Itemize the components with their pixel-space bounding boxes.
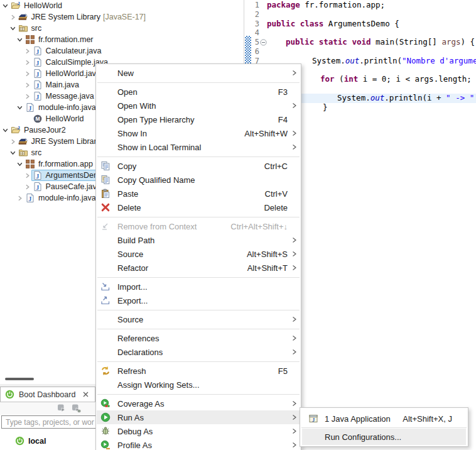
chevron-collapsed-icon[interactable] xyxy=(24,82,31,89)
menu-item-accelerator: Alt+Shift+S xyxy=(247,250,288,259)
menu-item-declarations[interactable]: Declarations xyxy=(97,345,300,359)
svg-text:J: J xyxy=(18,1,20,6)
code-line[interactable]: 3public class ArgumentsDemo { xyxy=(244,19,476,29)
chevron-expanded-icon[interactable] xyxy=(9,150,17,156)
java-file-icon: J xyxy=(33,69,43,79)
no-icon xyxy=(100,87,111,97)
chevron-collapsed-icon[interactable] xyxy=(24,93,31,100)
line-number[interactable]: 1 xyxy=(244,1,259,10)
tab-label: Boot Dashboard xyxy=(19,390,75,399)
menu-item-copy[interactable]: CopyCtrl+C xyxy=(97,159,300,173)
package-icon xyxy=(25,159,35,169)
menu-item-source[interactable]: Source xyxy=(97,312,300,326)
svg-text:J: J xyxy=(36,94,39,101)
menu-item-references[interactable]: References xyxy=(97,331,300,345)
tree-item-calculateur-java[interactable]: JCalculateur.java xyxy=(0,45,244,57)
tree-item-label: src xyxy=(31,24,42,33)
menu-item-label: Open Type Hierarchy xyxy=(117,115,195,124)
submenu-item-run-configurations[interactable]: Run Configurations... xyxy=(302,429,466,445)
menu-item-coverage-as[interactable]: Coverage As xyxy=(97,397,300,410)
import-icon xyxy=(100,282,111,292)
tree-item-label: module-info.java xyxy=(38,103,96,112)
menu-item-assign-working-sets[interactable]: Assign Working Sets... xyxy=(97,378,300,392)
chevron-collapsed-icon[interactable] xyxy=(24,48,31,55)
menu-item-export[interactable]: Export... xyxy=(97,294,300,307)
export-icon xyxy=(100,295,111,305)
java-file-icon: J xyxy=(33,57,43,67)
chevron-collapsed-icon[interactable] xyxy=(24,59,31,66)
chevron-collapsed-icon[interactable] xyxy=(9,14,17,21)
submenu-arrow-icon xyxy=(288,442,297,448)
tree-item-jre-system-library[interactable]: JRE System Library[JavaSE-17] xyxy=(0,11,244,23)
menu-item-copy-qualified-name[interactable]: Copy Qualified Name xyxy=(97,173,300,187)
chevron-expanded-icon[interactable] xyxy=(16,104,24,111)
menu-item-label: Assign Working Sets... xyxy=(117,380,200,390)
chevron-collapsed-icon[interactable] xyxy=(24,172,31,179)
tree-item-content: fr.formation.app xyxy=(24,158,96,170)
menu-item-label: Show in Local Terminal xyxy=(117,143,201,152)
boot-start-button[interactable] xyxy=(57,403,67,415)
menu-item-refactor[interactable]: RefactorAlt+Shift+T xyxy=(97,261,300,275)
menu-item-build-path[interactable]: Build Path xyxy=(97,233,300,247)
tree-item-content: JRE System Library[JavaSE-17] xyxy=(17,11,149,23)
code-text: public class ArgumentsDemo { xyxy=(267,19,399,29)
code-line[interactable]: 2 xyxy=(244,10,476,19)
svg-text:J: J xyxy=(36,60,39,67)
code-line[interactable]: 4 xyxy=(244,28,476,38)
boot-app-label: local xyxy=(28,437,46,446)
fold-minus-icon[interactable] xyxy=(260,39,267,46)
menu-item-remove-from-context[interactable]: Remove from ContextCtrl+Alt+Shift+↓ xyxy=(97,219,300,233)
package-icon xyxy=(25,35,35,45)
menu-item-import[interactable]: Import... xyxy=(97,280,300,294)
close-icon[interactable] xyxy=(82,391,89,398)
explorer-hscrollbar-thumb[interactable] xyxy=(5,378,34,380)
line-number[interactable]: 4 xyxy=(244,28,259,38)
source-folder-icon xyxy=(18,23,28,33)
menu-item-open-type-hierarchy[interactable]: Open Type HierarchyF4 xyxy=(97,112,300,126)
menu-item-new[interactable]: New xyxy=(97,66,300,80)
chevron-collapsed-icon[interactable] xyxy=(16,195,24,202)
line-number[interactable]: 6 xyxy=(244,47,259,57)
submenu-arrow-icon xyxy=(288,316,297,322)
chevron-expanded-icon[interactable] xyxy=(2,3,9,9)
menu-item-delete[interactable]: DeleteDelete xyxy=(97,200,300,214)
line-number[interactable]: 5 xyxy=(244,38,259,47)
menu-item-refresh[interactable]: RefreshF5 xyxy=(97,364,300,378)
menu-item-run-as[interactable]: Run As xyxy=(97,410,300,424)
code-line[interactable]: 5public static void main(String[] args) … xyxy=(244,38,476,47)
delete-icon xyxy=(100,202,111,212)
chevron-expanded-icon[interactable] xyxy=(9,25,17,32)
boot-debug-button[interactable] xyxy=(71,403,82,415)
menu-item-show-in-local-terminal[interactable]: Show in Local Terminal xyxy=(97,140,300,154)
submenu-item-label: 1 Java Application xyxy=(325,414,391,424)
chevron-collapsed-icon[interactable] xyxy=(24,184,31,190)
tree-item-src[interactable]: src xyxy=(0,23,244,34)
no-chevron xyxy=(24,116,31,123)
code-text: for (int i = 0; i < args.length; i+ xyxy=(320,75,476,84)
menu-item-open[interactable]: OpenF3 xyxy=(97,85,300,99)
chevron-collapsed-icon[interactable] xyxy=(9,138,17,145)
submenu-item-1-java-application[interactable]: J1 Java ApplicationAlt+Shift+X, J xyxy=(302,410,466,427)
menu-item-paste[interactable]: PasteCtrl+V xyxy=(97,187,300,200)
line-number[interactable]: 2 xyxy=(244,10,259,19)
menu-item-label: Coverage As xyxy=(117,399,164,409)
line-number[interactable]: 3 xyxy=(244,19,259,29)
chevron-collapsed-icon[interactable] xyxy=(24,70,31,77)
jre-library-icon xyxy=(18,136,28,146)
menu-item-profile-as[interactable]: Profile As xyxy=(97,438,300,450)
java-file-icon: J xyxy=(33,80,43,90)
tree-item-fr-formation-mer[interactable]: fr.formation.mer xyxy=(0,34,244,45)
menu-separator xyxy=(301,427,467,428)
tree-item-helloworld[interactable]: JHelloWorld xyxy=(0,0,244,11)
code-line[interactable]: 1package fr.formation.app; xyxy=(244,1,476,10)
menu-item-show-in[interactable]: Show InAlt+Shift+W xyxy=(97,126,300,140)
tab-boot-dashboard[interactable]: Boot Dashboard xyxy=(0,387,95,402)
menu-item-debug-as[interactable]: Debug As xyxy=(97,424,300,438)
chevron-expanded-icon[interactable] xyxy=(16,161,24,168)
chevron-expanded-icon[interactable] xyxy=(2,127,9,134)
menu-item-source[interactable]: SourceAlt+Shift+S xyxy=(97,247,300,261)
code-line[interactable]: 6 xyxy=(244,47,476,57)
boot-run-icon xyxy=(57,403,67,415)
chevron-expanded-icon[interactable] xyxy=(16,36,24,43)
menu-item-open-with[interactable]: Open With xyxy=(97,99,300,112)
